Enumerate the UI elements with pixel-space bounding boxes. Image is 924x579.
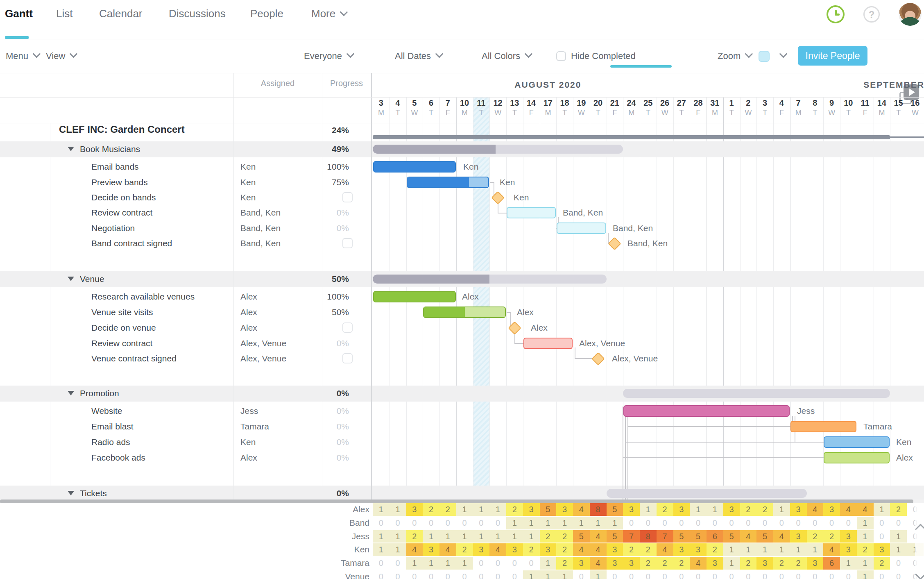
task-row-name[interactable]: Email blast xyxy=(91,421,134,432)
task-row-name[interactable]: Venue site visits xyxy=(91,307,153,318)
availability-cell: 2 xyxy=(523,543,540,556)
task-row-name[interactable]: Decide on venue xyxy=(91,322,156,334)
availability-cell: 4 xyxy=(439,543,456,556)
task-row-name[interactable]: Review contract xyxy=(91,207,152,218)
task-bar[interactable] xyxy=(373,291,456,302)
task-row-name[interactable]: Negotiation xyxy=(91,223,135,234)
day-number: 10 xyxy=(840,98,857,108)
group-summary-bar[interactable] xyxy=(373,275,607,284)
availability-cell: 8 xyxy=(640,530,657,543)
nav-item-people[interactable]: People xyxy=(250,0,283,39)
bar-assignee-label: Band, Ken xyxy=(563,207,603,218)
task-bar[interactable] xyxy=(824,436,890,448)
progress-checkbox[interactable] xyxy=(342,192,353,202)
task-bar[interactable] xyxy=(790,421,856,432)
collapse-triangle-icon[interactable] xyxy=(68,491,74,495)
nav-item-calendar[interactable]: Calendar xyxy=(99,0,143,39)
task-row-name[interactable]: Preview bands xyxy=(91,177,148,188)
horizontal-scrollbar-thumb[interactable] xyxy=(0,500,913,503)
group-summary-bar[interactable] xyxy=(373,145,623,154)
availability-cell: 0 xyxy=(473,570,490,579)
task-row-name[interactable]: Venue contract signed xyxy=(91,353,177,364)
task-bar[interactable] xyxy=(507,207,556,218)
task-bar[interactable] xyxy=(557,223,606,234)
availability-cell: 5 xyxy=(690,530,707,543)
month-header: AUGUST 2020 xyxy=(373,0,723,95)
task-bar[interactable] xyxy=(373,161,456,173)
day-of-week: M xyxy=(373,109,390,117)
section-row-name[interactable]: Venue xyxy=(68,273,104,285)
section-row-name[interactable]: Tickets xyxy=(68,488,107,499)
collapse-triangle-icon[interactable] xyxy=(68,277,74,281)
task-bar[interactable] xyxy=(824,452,890,463)
people-filter-dropdown[interactable]: Everyone xyxy=(304,39,353,73)
progress-cell: 0% xyxy=(300,388,349,399)
collapse-triangle-icon[interactable] xyxy=(68,147,74,151)
day-number: 19 xyxy=(573,98,590,108)
progress-checkbox[interactable] xyxy=(342,238,353,248)
nav-item-list[interactable]: List xyxy=(56,0,72,39)
availability-cell: 1 xyxy=(473,503,490,516)
availability-cell: 2 xyxy=(406,530,423,543)
availability-cell: 3 xyxy=(840,530,857,543)
availability-cell: 1 xyxy=(523,530,540,543)
view-dropdown[interactable]: View xyxy=(46,39,76,73)
menu-dropdown[interactable]: Menu xyxy=(6,39,39,73)
task-row-name[interactable]: Email bands xyxy=(91,161,139,173)
progress-cell: 100% xyxy=(300,291,349,302)
task-row-name[interactable]: Radio ads xyxy=(91,436,130,448)
availability-cell: 5 xyxy=(573,530,590,543)
milestone-diamond[interactable] xyxy=(591,352,605,366)
section-row-name[interactable]: Book Musicians xyxy=(68,143,140,155)
progress-cell: 0% xyxy=(300,421,349,432)
nav-item-gantt[interactable]: Gantt xyxy=(5,0,33,39)
availability-cell: 1 xyxy=(489,530,506,543)
progress-cell: 75% xyxy=(300,177,349,188)
day-number: 8 xyxy=(807,98,824,108)
task-row-name[interactable]: Facebook ads xyxy=(91,452,145,463)
milestone-diamond[interactable] xyxy=(608,237,622,250)
availability-cell: 1 xyxy=(540,557,557,570)
availability-cell: 4 xyxy=(489,543,506,556)
day-of-week: F xyxy=(857,109,874,117)
task-row-name[interactable]: Website xyxy=(91,405,122,417)
task-bar-progress xyxy=(374,161,456,172)
nav-item-more[interactable]: More xyxy=(311,0,346,39)
day-gridline xyxy=(657,97,657,500)
task-row-name[interactable]: Decide on bands xyxy=(91,192,156,203)
progress-checkbox[interactable] xyxy=(342,353,353,363)
task-bar[interactable] xyxy=(523,338,573,349)
progress-checkbox[interactable] xyxy=(342,322,353,333)
group-summary-bar[interactable] xyxy=(607,489,807,498)
nav-item-discussions[interactable]: Discussions xyxy=(169,0,226,39)
task-row-name[interactable]: Research available venues xyxy=(91,291,195,302)
project-title[interactable]: CLEF INC: Garden Concert xyxy=(59,124,185,135)
availability-cell: 0 xyxy=(890,570,907,579)
collapse-triangle-icon[interactable] xyxy=(68,391,74,395)
dependency-connector xyxy=(575,347,575,359)
milestone-diamond[interactable] xyxy=(508,321,521,335)
project-summary-bar[interactable] xyxy=(373,135,890,139)
availability-cell: 2 xyxy=(874,557,890,570)
bar-assignee-label: Alex xyxy=(531,322,548,334)
task-row-name[interactable]: Review contract xyxy=(91,338,152,349)
availability-cell: 0 xyxy=(623,570,640,579)
availability-cell: 1 xyxy=(390,503,406,516)
day-number: 24 xyxy=(623,98,640,108)
group-summary-bar[interactable] xyxy=(623,389,890,398)
day-gridline xyxy=(540,97,540,500)
section-row-name[interactable]: Promotion xyxy=(68,388,119,399)
task-bar[interactable] xyxy=(423,307,506,318)
availability-cell: 0 xyxy=(756,570,773,579)
task-bar[interactable] xyxy=(407,177,489,188)
availability-cell: 0 xyxy=(840,570,857,579)
task-bar[interactable] xyxy=(623,405,790,417)
availability-cell: 4 xyxy=(773,530,790,543)
availability-cell: 2 xyxy=(773,557,790,570)
availability-cell: 5 xyxy=(756,530,773,543)
availability-cell: 4 xyxy=(690,557,707,570)
task-row-name[interactable]: Band contract signed xyxy=(91,238,172,249)
availability-cell: 3 xyxy=(607,543,623,556)
availability-cell: 1 xyxy=(540,570,557,579)
dependency-connector xyxy=(625,406,626,501)
